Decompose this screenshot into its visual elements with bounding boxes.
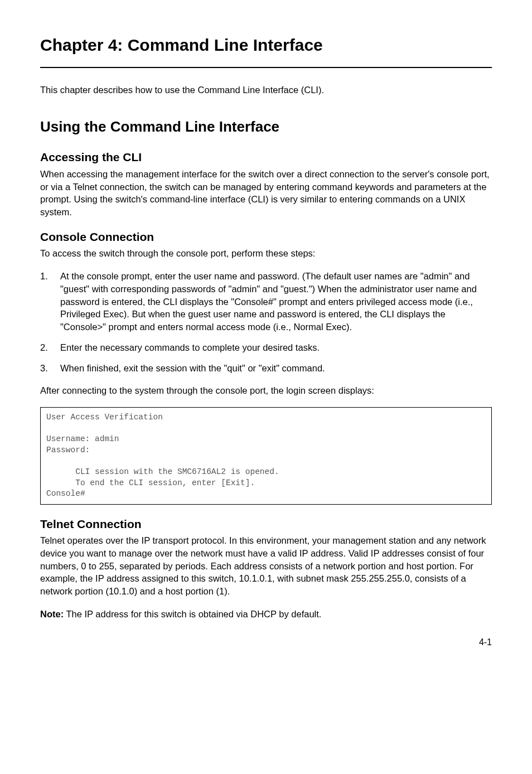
list-text: Enter the necessary commands to complete…	[60, 341, 492, 354]
telnet-note: Note: The IP address for this switch is …	[40, 608, 492, 621]
section-heading-using-cli: Using the Command Line Interface	[40, 117, 492, 137]
console-after-text: After connecting to the system through t…	[40, 384, 492, 397]
note-text: The IP address for this switch is obtain…	[64, 609, 321, 619]
list-text: At the console prompt, enter the user na…	[60, 270, 492, 333]
page-number: 4-1	[40, 636, 492, 649]
note-label: Note:	[40, 609, 64, 619]
console-code-block: User Access Verification Username: admin…	[40, 407, 492, 505]
chapter-title: Chapter 4: Command Line Interface	[40, 33, 492, 57]
telnet-body: Telnet operates over the IP transport pr…	[40, 534, 492, 598]
console-intro: To access the switch through the console…	[40, 247, 492, 260]
list-number: 1.	[40, 270, 60, 333]
list-item: 3. When finished, exit the session with …	[40, 362, 492, 375]
chapter-underline	[40, 67, 492, 68]
console-steps-list: 1. At the console prompt, enter the user…	[40, 270, 492, 374]
subsection-telnet-connection: Telnet Connection	[40, 516, 492, 532]
list-item: 2. Enter the necessary commands to compl…	[40, 341, 492, 354]
list-number: 3.	[40, 362, 60, 375]
list-number: 2.	[40, 341, 60, 354]
list-item: 1. At the console prompt, enter the user…	[40, 270, 492, 333]
subsection-accessing-cli: Accessing the CLI	[40, 149, 492, 165]
chapter-intro: This chapter describes how to use the Co…	[40, 84, 492, 96]
accessing-body: When accessing the management interface …	[40, 168, 492, 219]
subsection-console-connection: Console Connection	[40, 229, 492, 245]
list-text: When finished, exit the session with the…	[60, 362, 492, 375]
